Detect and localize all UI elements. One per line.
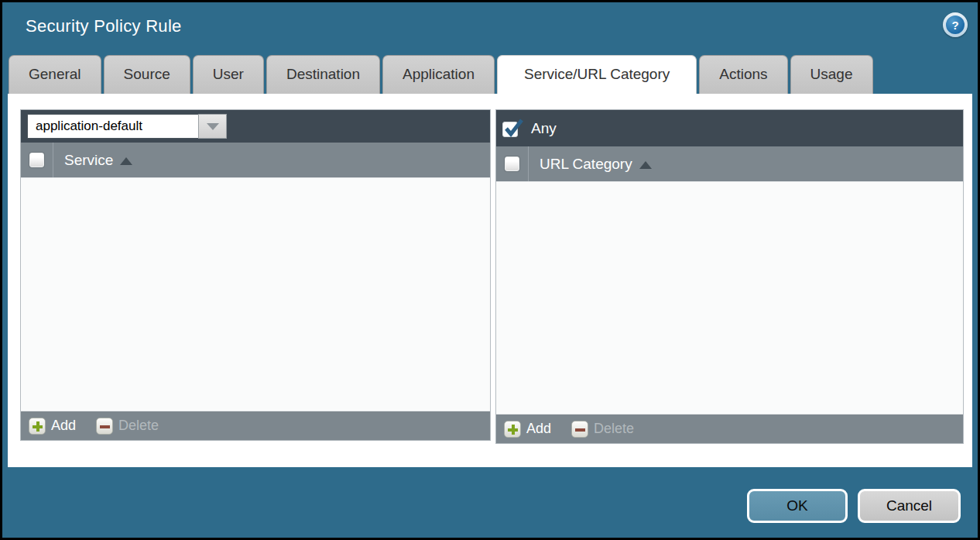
delete-icon bbox=[96, 418, 113, 435]
url-category-select-all-cell bbox=[496, 146, 529, 181]
service-select-all-cell bbox=[21, 143, 53, 177]
cancel-button[interactable]: Cancel bbox=[858, 489, 961, 523]
checkmark-icon bbox=[503, 118, 523, 138]
add-button-label: Add bbox=[526, 421, 551, 437]
add-button-label: Add bbox=[51, 418, 76, 434]
tab-destination[interactable]: Destination bbox=[266, 55, 380, 94]
chevron-down-icon bbox=[207, 123, 219, 130]
tab-service-url-category[interactable]: Service/URL Category bbox=[497, 55, 697, 94]
url-category-select-all-checkbox[interactable] bbox=[505, 156, 519, 171]
ok-button[interactable]: OK bbox=[747, 489, 848, 523]
tab-application[interactable]: Application bbox=[382, 55, 495, 94]
url-category-toolbar: Add Delete bbox=[496, 414, 963, 443]
tab-user[interactable]: User bbox=[193, 55, 264, 94]
service-column-label: Service bbox=[64, 152, 113, 169]
service-delete-button[interactable]: Delete bbox=[96, 418, 159, 435]
tab-bar: General Source User Destination Applicat… bbox=[9, 55, 873, 94]
sort-ascending-icon bbox=[120, 157, 132, 165]
service-column-header[interactable]: Service bbox=[21, 143, 490, 178]
security-policy-rule-dialog: Security Policy Rule ? General Source Us… bbox=[0, 0, 980, 540]
tab-general[interactable]: General bbox=[9, 55, 101, 94]
url-category-column-header[interactable]: URL Category bbox=[496, 146, 963, 182]
service-panel-header: application-default bbox=[21, 110, 490, 143]
help-icon: ? bbox=[946, 15, 965, 34]
any-checkbox-label: Any bbox=[531, 120, 557, 137]
service-type-select-button[interactable] bbox=[198, 114, 227, 139]
service-list bbox=[21, 178, 490, 411]
dialog-title: Security Policy Rule bbox=[26, 16, 182, 36]
service-type-select-value[interactable]: application-default bbox=[27, 114, 198, 139]
url-category-column-label: URL Category bbox=[540, 156, 632, 173]
tab-actions[interactable]: Actions bbox=[699, 55, 787, 94]
service-type-select[interactable]: application-default bbox=[27, 114, 227, 139]
tab-usage[interactable]: Usage bbox=[790, 55, 873, 94]
url-category-delete-button[interactable]: Delete bbox=[571, 421, 634, 438]
tab-content-service-url-category: application-default Service bbox=[8, 94, 972, 467]
service-toolbar: Add Delete bbox=[21, 411, 490, 440]
service-select-all-checkbox[interactable] bbox=[29, 153, 44, 167]
help-button[interactable]: ? bbox=[943, 12, 968, 37]
delete-button-label: Delete bbox=[118, 418, 159, 434]
url-category-panel: Any URL Category Add Delete bbox=[495, 109, 964, 444]
service-panel: application-default Service bbox=[20, 109, 491, 441]
delete-icon bbox=[571, 421, 588, 438]
url-category-panel-header: Any bbox=[496, 110, 963, 146]
add-icon bbox=[29, 418, 46, 435]
tab-source[interactable]: Source bbox=[104, 55, 190, 94]
url-category-list bbox=[496, 182, 963, 414]
delete-button-label: Delete bbox=[594, 421, 634, 437]
any-checkbox[interactable] bbox=[502, 120, 519, 137]
add-icon bbox=[504, 421, 521, 438]
url-category-add-button[interactable]: Add bbox=[504, 421, 551, 438]
sort-ascending-icon bbox=[639, 161, 652, 169]
service-add-button[interactable]: Add bbox=[29, 418, 76, 435]
